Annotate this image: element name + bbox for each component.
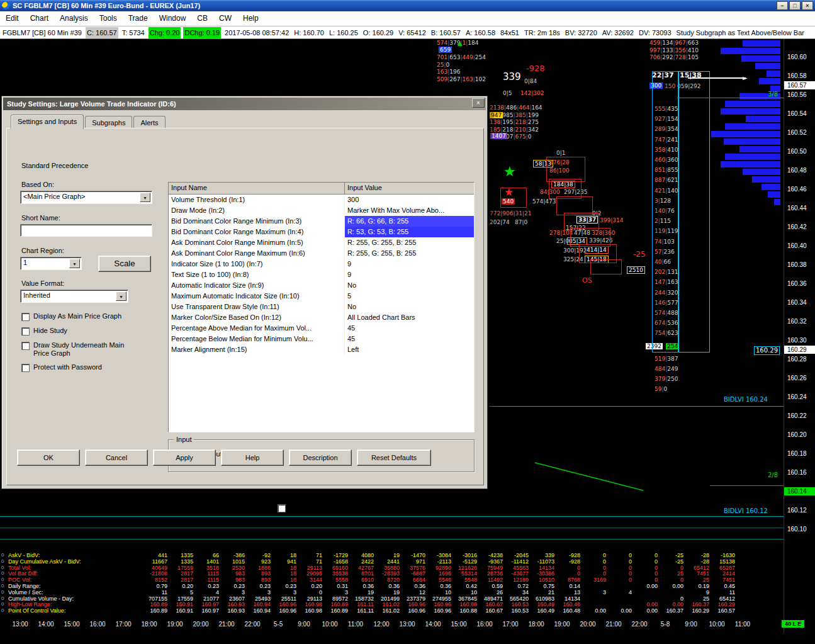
time-axis-label: 5-5: [266, 621, 291, 628]
input-row-marker-color-size-based-on[interactable]: Marker Color/Size Based On (In:12)All Lo…: [169, 312, 474, 323]
price-scale-label[interactable]: 160.30: [784, 336, 815, 344]
menu-item-trade[interactable]: Trade: [123, 11, 154, 26]
price-scale-label[interactable]: 160.14: [784, 487, 815, 495]
menu-item-window[interactable]: Window: [154, 11, 192, 26]
maximize-button[interactable]: □: [789, 1, 801, 10]
price-scale-label[interactable]: 160.29: [784, 346, 815, 354]
checkbox-icon[interactable]: [21, 342, 30, 350]
price-scale-label[interactable]: 160.16: [784, 468, 815, 477]
input-row-bid-dominant-color-range-maximum[interactable]: Bid Dominant Color Range Maximum (In:4)R…: [169, 227, 474, 237]
checkbox-hide-study[interactable]: Hide Study: [21, 327, 147, 336]
price-scale-label[interactable]: 160.22: [784, 412, 815, 420]
bottom-table-cell: 161.02: [376, 607, 400, 614]
price-scale-label[interactable]: 160.56: [784, 91, 815, 99]
price-scale-label[interactable]: 160.44: [784, 204, 815, 212]
input-row-percentage-above-median-for-maximum-vol[interactable]: Percentage Above Median for Maximum Vol.…: [169, 323, 474, 334]
chevron-down-icon[interactable]: ▼: [140, 193, 150, 202]
reset-defaults-button[interactable]: Reset Defaults: [357, 449, 431, 466]
menu-item-cb[interactable]: CB: [191, 11, 213, 26]
dialog-titlebar[interactable]: Study Settings: Large Volume Trade Indic…: [3, 98, 486, 110]
price-scale-label[interactable]: 160.42: [784, 223, 815, 231]
price-scale-label[interactable]: 160.26: [784, 374, 815, 382]
chart-line: [0, 516, 784, 517]
price-scale-label[interactable]: 160.28: [784, 355, 815, 363]
price-scale-label[interactable]: 160.12: [784, 506, 815, 514]
checkbox-display-as-main-price-graph[interactable]: Display As Main Price Graph: [21, 312, 147, 321]
checkbox-icon[interactable]: [21, 313, 30, 321]
input-row-indicator-size[interactable]: Indicator Size (1 to 100) (In:7)9: [169, 259, 474, 269]
bottom-table-cell: 3518: [195, 565, 219, 571]
ok-button[interactable]: OK: [17, 449, 80, 466]
based-on-dropdown[interactable]: <Main Price Graph> ▼: [20, 191, 152, 204]
price-scale-label[interactable]: 160.18: [784, 449, 815, 458]
input-row-volume-threshold[interactable]: Volume Threshold (In:1)300: [169, 195, 474, 205]
checkbox-icon[interactable]: [278, 504, 286, 512]
input-row-marker-alignment[interactable]: Marker Alignment (In:15)Left: [169, 344, 474, 355]
scale-button[interactable]: Scale: [98, 256, 151, 272]
input-row-ask-dominant-color-range-minimum[interactable]: Ask Dominant Color Range Minimum (In:5)R…: [169, 237, 474, 248]
checkbox-icon[interactable]: [21, 327, 30, 336]
chart-region-dropdown[interactable]: 1 ▼: [20, 257, 82, 270]
volume-ladder-row: 25|0: [437, 62, 449, 68]
price-scale-label[interactable]: 160.54: [784, 110, 815, 118]
price-scale-label[interactable]: 160.38: [784, 261, 815, 269]
input-row-automatic-indicator-size[interactable]: Automatic Indicator Size (In:9)No: [169, 280, 474, 291]
input-row-percentage-below-median-for-minimum-volu[interactable]: Percentage Below Median for Minimum Volu…: [169, 334, 474, 344]
description-button[interactable]: Description: [289, 449, 352, 466]
info-segment-dv: DV: 73093: [638, 27, 673, 38]
price-scale-label[interactable]: 160.36: [784, 280, 815, 288]
bottom-table-cell: 893: [247, 570, 271, 577]
tab-subgraphs[interactable]: Subgraphs: [85, 116, 132, 128]
input-row-use-transparent-draw-style[interactable]: Use Transparent Draw Style (In:11)No: [169, 302, 474, 312]
price-scale-label[interactable]: 160.60: [784, 53, 815, 61]
save-default-checkbox[interactable]: Save these settings as the default: [278, 504, 393, 512]
inputs-table[interactable]: Input Name Input Value Volume Threshold …: [168, 182, 475, 432]
price-scale-label[interactable]: 160.46: [784, 185, 815, 193]
price-scale-label[interactable]: 160.32: [784, 317, 815, 325]
input-row-maximum-automatic-indicator-size[interactable]: Maximum Automatic Indicator Size (In:10)…: [169, 291, 474, 302]
price-scale-label[interactable]: 160.24: [784, 393, 815, 401]
bottom-table-cell: 489471: [479, 596, 503, 602]
price-scale-label[interactable]: 160.48: [784, 166, 815, 174]
bottom-table-cell: 3: [324, 589, 348, 596]
apply-button[interactable]: Apply: [153, 449, 216, 466]
menu-item-analysis[interactable]: Analysis: [54, 11, 94, 26]
price-scale-label[interactable]: 160.34: [784, 298, 815, 307]
cancel-button[interactable]: Cancel: [85, 449, 148, 466]
minimize-button[interactable]: −: [777, 1, 788, 10]
checkbox-protect-with-password[interactable]: Protect with Password: [21, 363, 147, 372]
bottom-table-cell: 2441: [376, 558, 400, 565]
bottom-table-cell: -25: [660, 558, 683, 565]
help-button[interactable]: Help: [221, 449, 284, 466]
price-scale-label[interactable]: 160.50: [784, 147, 815, 155]
checkbox-draw-study-underneath-main-price-graph[interactable]: Draw Study Underneath Main Price Graph: [21, 341, 147, 358]
input-row-ask-dominant-color-range-maximum[interactable]: Ask Dominant Color Range Maximum (In:6)R…: [169, 248, 474, 259]
short-name-input[interactable]: [20, 224, 152, 237]
input-row-draw-mode[interactable]: Draw Mode (In:2)Marker With Max Volume A…: [169, 205, 474, 216]
tab-settings-and-inputs[interactable]: Settings and Inputs: [11, 115, 84, 129]
menu-item-help[interactable]: Help: [237, 11, 264, 26]
price-scale-label[interactable]: 160.52: [784, 128, 815, 137]
dialog-close-icon[interactable]: ×: [472, 98, 485, 108]
menu-item-chart[interactable]: Chart: [25, 11, 54, 26]
window-titlebar[interactable]: SC FGBLM7 [CB] 60 Min #39 Euro-Bund - EU…: [0, 0, 815, 11]
price-scale-label[interactable]: 160.20: [784, 431, 815, 439]
menu-item-cw[interactable]: CW: [213, 11, 237, 26]
price-scale-label[interactable]: 160.10: [784, 525, 815, 533]
chevron-down-icon[interactable]: ▼: [69, 259, 80, 268]
input-row-bid-dominant-color-range-minimum[interactable]: Bid Dominant Color Range Minimum (In:3)R…: [169, 216, 474, 227]
price-scale-label[interactable]: 160.40: [784, 242, 815, 250]
input-row-text-size[interactable]: Text Size (1 to 100) (In:8)9: [169, 269, 474, 280]
tab-alerts[interactable]: Alerts: [133, 116, 165, 128]
value-format-dropdown[interactable]: Inherited ▼: [20, 290, 128, 303]
chart-number: 0|84: [524, 78, 537, 84]
chevron-down-icon[interactable]: ▼: [116, 291, 126, 301]
price-scale-label[interactable]: 160.57: [784, 81, 815, 89]
close-button[interactable]: ×: [802, 1, 813, 10]
menu-item-edit[interactable]: Edit: [0, 11, 25, 26]
volume-ladder-row: 509|267|163|102: [437, 76, 486, 82]
bottom-table-cell: 0.45: [711, 583, 735, 589]
checkbox-icon[interactable]: [21, 364, 30, 372]
price-scale-label[interactable]: 160.58: [784, 72, 815, 80]
menu-item-tools[interactable]: Tools: [94, 11, 123, 26]
